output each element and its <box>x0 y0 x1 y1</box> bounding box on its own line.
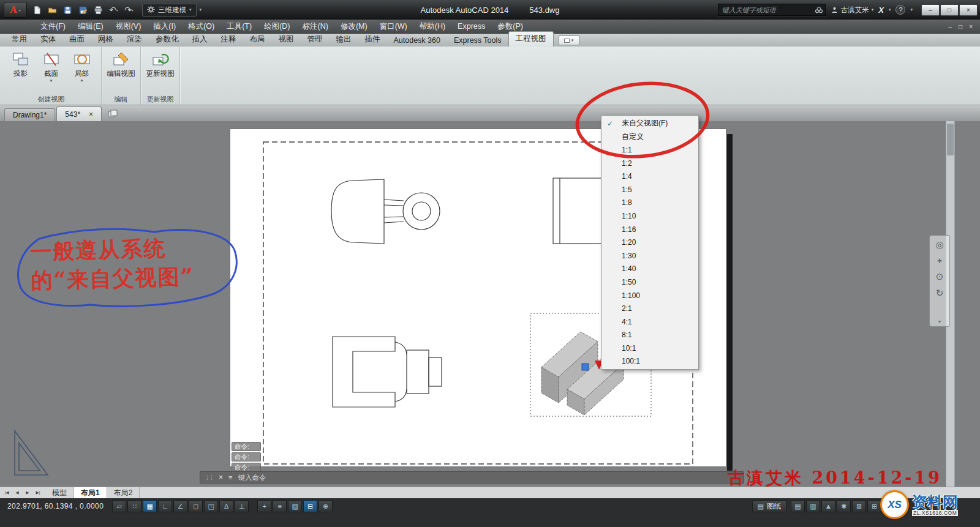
context-menu-item[interactable]: 2:1 <box>601 302 698 315</box>
layout-tab[interactable]: 布局2 <box>107 487 140 498</box>
workspace-switcher[interactable]: 三维建模 ▾ <box>142 4 197 17</box>
transparency-icon[interactable]: ▨ <box>288 500 302 512</box>
context-menu-item[interactable]: 4:1 <box>601 315 698 329</box>
detail-view-button[interactable]: 局部 ▾ <box>67 50 96 83</box>
ribbon-tab[interactable]: 实体 <box>34 32 62 47</box>
quick-view-layouts-icon[interactable]: ▤ <box>791 500 805 512</box>
chevron-down-icon[interactable]: ▾ <box>938 319 941 324</box>
edit-view-button[interactable]: 编辑视图 <box>107 50 135 78</box>
close-icon[interactable]: × <box>219 473 223 482</box>
dynamic-ucs-icon[interactable]: ⊥ <box>235 500 249 512</box>
annotation-scale-icon[interactable]: ▲ <box>821 500 835 512</box>
layout-nav-button[interactable]: ▶| <box>33 488 43 498</box>
drag-grip-icon[interactable]: ⋮⋮ <box>205 474 213 480</box>
context-menu-item[interactable]: 1:10 <box>601 209 698 223</box>
pan-icon[interactable]: + <box>937 256 942 266</box>
chevron-down-icon[interactable]: ▾ <box>910 7 913 12</box>
new-drawing-tab-icon[interactable] <box>107 109 118 119</box>
zoom-icon[interactable]: ⊙ <box>936 271 944 282</box>
ribbon-tab[interactable]: 曲面 <box>62 32 91 47</box>
context-menu-item[interactable]: 8:1 <box>601 329 698 342</box>
ribbon-tab[interactable]: 注释 <box>214 32 243 47</box>
base-view-button[interactable]: 投影 <box>6 50 35 78</box>
object-snap-icon[interactable]: ◻ <box>189 500 203 512</box>
context-menu-item[interactable]: 100:1 <box>601 355 698 368</box>
panel-label-update-view[interactable]: 更新视图 <box>143 94 177 105</box>
ribbon-tab[interactable]: 管理 <box>301 32 330 47</box>
toolbar-lock-icon[interactable]: ⊠ <box>852 500 866 512</box>
coordinates-readout[interactable]: 202.9701, 60.1394 , 0.0000 <box>7 502 104 510</box>
ribbon-tab[interactable]: Autodesk 360 <box>387 34 447 47</box>
context-menu-item[interactable]: ✓ 来自父视图(F) <box>601 117 698 130</box>
steering-wheel-icon[interactable]: ◎ <box>935 239 943 250</box>
ribbon-tab[interactable]: Express Tools <box>447 34 508 47</box>
file-tab-543[interactable]: 543* × <box>56 107 102 121</box>
selection-cycling-icon[interactable]: ⊕ <box>318 500 333 512</box>
help-button[interactable]: ? <box>895 5 905 15</box>
3d-object-snap-icon[interactable]: ◳ <box>204 500 218 512</box>
context-menu-item[interactable]: 1:4 <box>601 170 698 183</box>
ribbon-tab[interactable]: 常用 <box>5 32 34 47</box>
context-menu-item[interactable]: 自定义 <box>601 130 698 144</box>
command-input[interactable]: 键入命令 <box>238 473 266 482</box>
context-menu-item[interactable]: 1:1 <box>601 143 698 157</box>
layout-tab[interactable]: 模型 <box>45 487 74 498</box>
sign-in-control[interactable]: 古滇艾米 ▾ <box>831 6 874 15</box>
context-menu-item[interactable]: 1:20 <box>601 236 698 249</box>
save-as-button[interactable] <box>76 3 90 17</box>
binoculars-search-icon[interactable] <box>815 6 823 14</box>
ribbon-tab[interactable]: 输出 <box>330 32 358 47</box>
layout-nav-button[interactable]: ▶ <box>23 488 32 498</box>
infer-constraints-icon[interactable]: ▱ <box>112 500 126 512</box>
update-view-button[interactable]: 更新视图 <box>146 50 175 78</box>
quick-view-drawings-icon[interactable]: ▥ <box>806 500 820 512</box>
ribbon-display-toggle[interactable]: ▾ <box>559 36 579 45</box>
exchange-apps-icon[interactable]: X <box>878 6 884 15</box>
fullscreen-icon[interactable]: ⊞ <box>867 500 881 512</box>
lineweight-icon[interactable]: ≡ <box>273 500 287 512</box>
ribbon-tab[interactable]: 布局 <box>243 32 272 47</box>
context-menu-item[interactable]: 1:100 <box>601 289 698 302</box>
ribbon-tab[interactable]: 参数化 <box>149 32 186 47</box>
save-button[interactable] <box>61 3 75 17</box>
plot-button[interactable] <box>91 3 105 17</box>
command-line[interactable]: ⋮⋮ × ≡ 键入命令 <box>200 471 744 484</box>
close-button[interactable]: × <box>959 4 978 16</box>
ribbon-tab[interactable]: 工程视图 <box>508 31 554 47</box>
scrollbar-thumb[interactable] <box>947 124 954 155</box>
view-grip[interactable] <box>582 364 589 370</box>
context-menu-item[interactable]: 1:2 <box>601 157 698 170</box>
context-menu-item[interactable]: 1:5 <box>601 183 698 196</box>
undo-button[interactable]: ↶▾ <box>107 3 121 17</box>
redo-button[interactable]: ↷▾ <box>122 3 136 17</box>
context-menu-item[interactable]: 1:16 <box>601 223 698 236</box>
minimize-button[interactable]: – <box>921 4 940 16</box>
dynamic-input-icon[interactable]: + <box>257 500 271 512</box>
layout-nav-button[interactable]: ◀ <box>12 488 22 498</box>
context-menu-item[interactable]: 10:1 <box>601 342 698 355</box>
ribbon-tab[interactable]: 插入 <box>186 32 214 47</box>
ortho-mode-icon[interactable]: ∟ <box>158 500 172 512</box>
file-tab-drawing1[interactable]: Drawing1* <box>4 108 55 121</box>
layout-nav-button[interactable]: |◀ <box>2 488 12 498</box>
grid-display-icon[interactable]: ▦ <box>143 500 157 512</box>
application-menu-button[interactable]: A ▾ <box>4 2 27 18</box>
context-menu-item[interactable]: 1:50 <box>601 275 698 289</box>
paper-model-toggle[interactable]: ▤ 图纸 <box>752 500 786 512</box>
doc-close-icon[interactable]: × <box>969 23 973 30</box>
ribbon-tab[interactable]: 渲染 <box>120 32 149 47</box>
panel-label-edit[interactable]: 编辑 <box>104 94 138 105</box>
snap-mode-icon[interactable]: ∷ <box>127 500 141 512</box>
ribbon-tab[interactable]: 网格 <box>91 32 120 47</box>
doc-minimize-icon[interactable]: – <box>949 23 952 30</box>
object-snap-tracking-icon[interactable]: ∆ <box>219 500 233 512</box>
ribbon-tab[interactable]: 视图 <box>272 32 301 47</box>
chevron-down-icon[interactable]: ▾ <box>889 7 891 12</box>
workspace-switch-icon[interactable]: ✱ <box>837 500 851 512</box>
polar-tracking-icon[interactable]: ∠ <box>173 500 187 512</box>
drawing-area[interactable]: 命令: 命令: 命令: ⋮⋮ × ≡ 键入命令 ◎ + ⊙ ↻ ▾ <box>0 121 980 487</box>
maximize-button[interactable]: □ <box>940 4 959 16</box>
ribbon-tab[interactable]: 插件 <box>358 32 387 47</box>
context-menu-item[interactable]: 1:8 <box>601 196 698 210</box>
orbit-icon[interactable]: ↻ <box>936 288 944 299</box>
